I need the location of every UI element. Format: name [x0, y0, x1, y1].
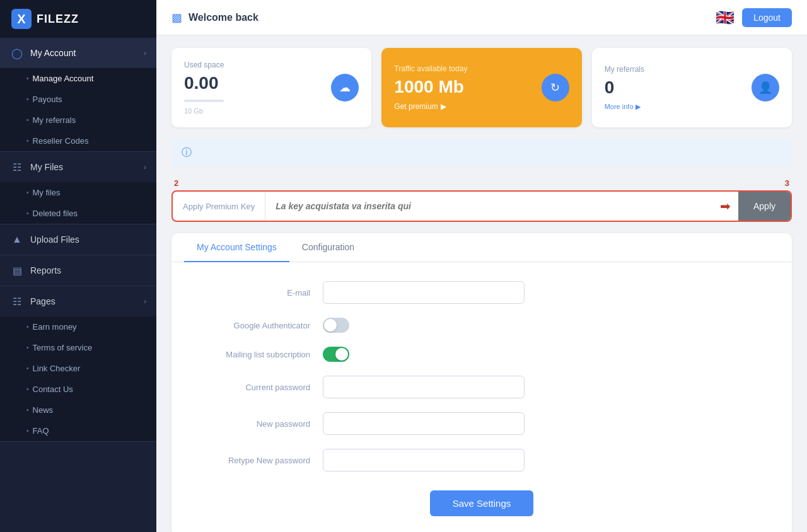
form-row-google-auth: Google Authenticator [197, 318, 767, 333]
stat-traffic-sub[interactable]: Get premium ▶ [394, 102, 467, 111]
logo-text: FILEZZ [37, 13, 79, 26]
tab-configuration[interactable]: Configuration [289, 233, 367, 262]
stats-row: Used space 0.00 10 Gb ☁ Traffic availabl… [171, 48, 792, 127]
premium-key-label: Apply Premium Key [173, 192, 265, 221]
sidebar-sub-faq[interactable]: FAQ [0, 420, 156, 441]
sidebar-label-my-files: My Files [30, 162, 63, 172]
stat-card-referrals: My referrals 0 More info ▶ 👤 [592, 48, 792, 127]
stat-card-used-space: Used space 0.00 10 Gb ☁ [171, 48, 371, 127]
arrow-icon: ➡ [712, 199, 738, 214]
sidebar: X FILEZZ ◯ My Account › Manage Account P… [0, 0, 156, 532]
more-info-label: More info [605, 103, 634, 110]
tab-my-account-settings[interactable]: My Account Settings [184, 233, 289, 262]
retype-password-label: Retype New password [197, 456, 310, 465]
content-area: Used space 0.00 10 Gb ☁ Traffic availabl… [156, 35, 807, 532]
form-row-email: E-mail [197, 281, 767, 304]
sidebar-sub-manage-account[interactable]: Manage Account [0, 68, 156, 89]
dashboard-icon: ▩ [171, 11, 182, 25]
annotation-3: 3 [785, 178, 789, 188]
get-premium-label: Get premium [394, 102, 438, 111]
topbar-left: ▩ Welcome back [171, 11, 258, 25]
info-banner: ⓘ [171, 139, 792, 167]
reports-icon: ▤ [10, 263, 24, 277]
sidebar-section-my-account: ◯ My Account › Manage Account Payouts My… [0, 38, 156, 152]
sidebar-item-pages[interactable]: ☷ Pages › [0, 286, 156, 316]
more-info-icon: ▶ [636, 103, 641, 110]
save-settings-button[interactable]: Save Settings [430, 490, 534, 516]
language-flag-icon[interactable]: 🇬🇧 [716, 9, 734, 26]
sidebar-section-reports: ▤ Reports [0, 255, 156, 286]
new-password-field[interactable] [323, 412, 525, 435]
stat-used-space-progress [184, 100, 224, 102]
sidebar-submenu-my-account: Manage Account Payouts My referrals Rese… [0, 68, 156, 151]
mailing-toggle[interactable] [323, 347, 349, 362]
toggle-knob-mailing [335, 348, 348, 361]
logo[interactable]: X FILEZZ [0, 0, 156, 38]
stat-referrals-sub[interactable]: More info ▶ [605, 103, 644, 111]
stat-used-space-sub: 10 Gb [184, 107, 224, 115]
sidebar-item-reports[interactable]: ▤ Reports [0, 255, 156, 286]
topbar-right: 🇬🇧 Logout [716, 8, 792, 27]
sidebar-sub-deleted-files[interactable]: Deleted files [0, 203, 156, 224]
annotation-numbers: 2 3 [171, 178, 792, 188]
sidebar-sub-reseller-codes[interactable]: Reseller Codes [0, 130, 156, 151]
logout-button[interactable]: Logout [742, 8, 792, 27]
settings-card: My Account Settings Configuration E-mail… [171, 233, 792, 532]
files-icon: ☷ [10, 160, 24, 174]
sidebar-sub-contact[interactable]: Contact Us [0, 379, 156, 400]
sidebar-sub-earn-money[interactable]: Earn money [0, 316, 156, 337]
sidebar-sub-my-referrals[interactable]: My referrals [0, 110, 156, 130]
cloud-icon: ☁ [331, 74, 359, 101]
sidebar-item-my-files[interactable]: ☷ My Files › [0, 152, 156, 182]
stat-traffic-info: Traffic available today 1000 Mb Get prem… [394, 64, 467, 111]
logo-icon: X [11, 9, 32, 29]
form-row-current-password: Current password [197, 376, 767, 398]
topbar: ▩ Welcome back 🇬🇧 Logout [156, 0, 807, 35]
sidebar-submenu-my-files: My files Deleted files [0, 182, 156, 224]
sidebar-label-upload: Upload Files [30, 234, 79, 245]
annotation-2: 2 [174, 178, 178, 188]
new-password-label: New password [197, 419, 310, 429]
form-row-new-password: New password [197, 412, 767, 435]
sidebar-label-my-account: My Account [30, 48, 76, 58]
user-icon: ◯ [10, 46, 24, 60]
stat-used-space-info: Used space 0.00 10 Gb [184, 61, 224, 115]
pages-icon: ☷ [10, 294, 24, 308]
chevron-icon-pages: › [144, 298, 146, 305]
stat-card-traffic: Traffic available today 1000 Mb Get prem… [381, 48, 581, 127]
email-field[interactable] [323, 281, 525, 304]
mailing-label: Mailing list subscription [197, 350, 310, 359]
settings-body: E-mail Google Authenticator Mailing list… [171, 262, 792, 532]
form-row-retype-password: Retype New password [197, 449, 767, 471]
premium-key-box: Apply Premium Key ➡ Apply [171, 190, 792, 222]
sidebar-item-my-account[interactable]: ◯ My Account › [0, 38, 156, 68]
upload-icon: ▲ [10, 233, 24, 246]
stat-referrals-label: My referrals [605, 65, 644, 74]
sidebar-sub-news[interactable]: News [0, 400, 156, 420]
google-auth-label: Google Authenticator [197, 321, 310, 330]
sidebar-section-upload: ▲ Upload Files [0, 224, 156, 255]
premium-key-section: 2 3 Apply Premium Key ➡ Apply [171, 178, 792, 222]
current-password-label: Current password [197, 383, 310, 392]
form-row-mailing: Mailing list subscription [197, 347, 767, 362]
stat-traffic-label: Traffic available today [394, 64, 467, 73]
chevron-icon-my-account: › [144, 49, 146, 57]
premium-key-input[interactable] [265, 201, 712, 211]
sidebar-sub-my-files[interactable]: My files [0, 182, 156, 203]
sidebar-item-upload[interactable]: ▲ Upload Files [0, 224, 156, 255]
apply-button[interactable]: Apply [738, 192, 791, 221]
sidebar-section-pages: ☷ Pages › Earn money Terms of service Li… [0, 286, 156, 442]
toggle-knob-google-auth [324, 319, 337, 332]
stat-referrals-info: My referrals 0 More info ▶ [605, 65, 644, 111]
sidebar-submenu-pages: Earn money Terms of service Link Checker… [0, 316, 156, 441]
current-password-field[interactable] [323, 376, 525, 398]
chevron-icon-my-files: › [144, 163, 146, 171]
get-premium-icon: ▶ [441, 102, 446, 111]
sidebar-sub-link-checker[interactable]: Link Checker [0, 358, 156, 379]
sidebar-label-pages: Pages [30, 296, 55, 306]
google-auth-toggle[interactable] [323, 318, 349, 333]
retype-password-field[interactable] [323, 449, 525, 471]
info-icon: ⓘ [182, 146, 192, 159]
sidebar-sub-terms[interactable]: Terms of service [0, 337, 156, 358]
sidebar-sub-payouts[interactable]: Payouts [0, 89, 156, 110]
